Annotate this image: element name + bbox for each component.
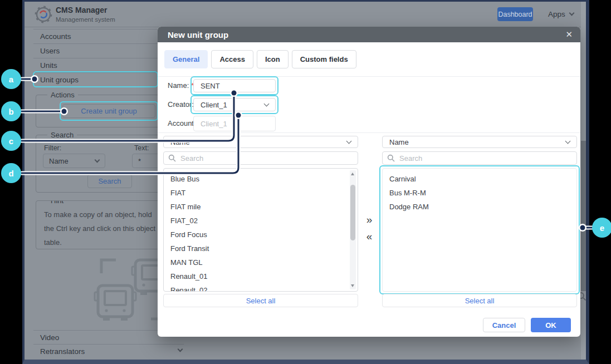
- available-units-list: Blue Bus FIAT FIAT mile FIAT_02 Ford Foc…: [163, 168, 358, 292]
- divider: [158, 132, 580, 133]
- chevron-down-icon: [565, 139, 571, 144]
- dialog-tabs: General Access Icon Custom fields: [164, 50, 356, 68]
- create-unit-group-button[interactable]: Create unit group: [62, 104, 155, 118]
- sidebar-item-video[interactable]: Video: [33, 330, 173, 345]
- ok-button[interactable]: OK: [531, 318, 571, 332]
- scroll-up-icon[interactable]: [351, 173, 354, 175]
- annotation-highlight-group-list: Carnival Bus M-R-M Dodge RAM: [379, 165, 580, 294]
- left-search-box: [163, 151, 358, 165]
- sidebar-item-users[interactable]: Users: [33, 43, 173, 58]
- annotation-highlight-name-field: [190, 76, 278, 95]
- list-item[interactable]: FIAT_02: [164, 214, 358, 228]
- move-left-button[interactable]: «: [361, 230, 377, 243]
- move-right-button[interactable]: »: [361, 214, 377, 226]
- list-item[interactable]: FIAT: [164, 186, 358, 200]
- list-item[interactable]: Bus M-R-M: [383, 186, 576, 200]
- right-sort-select[interactable]: Name: [382, 136, 577, 148]
- background-scrollbar-thumb[interactable]: [581, 141, 586, 291]
- list-item[interactable]: Renault_02: [164, 283, 358, 292]
- list-item[interactable]: Dodge RAM: [383, 200, 576, 214]
- account-input: [193, 116, 276, 131]
- list-scrollbar[interactable]: [350, 170, 356, 289]
- background-scrollbar[interactable]: [581, 2, 586, 360]
- chevron-down-icon: [346, 139, 352, 144]
- left-select-all-button[interactable]: Select all: [163, 294, 358, 307]
- hint-legend: Hint: [47, 200, 67, 205]
- left-sort-value: Name: [170, 138, 190, 146]
- list-item[interactable]: Ford Transit: [164, 242, 358, 255]
- sidebar-item-retranslators[interactable]: Retranslators: [33, 344, 184, 358]
- brand-block: CMS Manager Management system: [56, 6, 115, 23]
- name-label: Name: *: [168, 78, 194, 94]
- creator-value: Client_1: [201, 101, 227, 109]
- filter-value: Name: [49, 157, 69, 165]
- annotation-marker-a: a: [1, 69, 21, 89]
- app-title: CMS Manager: [56, 6, 115, 14]
- search-legend: Search: [47, 131, 77, 139]
- annotation-highlight-creator-field: Client_1: [190, 95, 278, 114]
- left-sort-select[interactable]: Name: [163, 136, 358, 148]
- apps-label: Apps: [548, 10, 565, 18]
- right-search-box: [382, 151, 577, 165]
- name-label-text: Name:: [168, 81, 189, 90]
- scroll-down-icon[interactable]: [351, 284, 354, 287]
- chevron-down-icon: [95, 157, 100, 163]
- actions-legend: Actions: [47, 91, 78, 99]
- sidebar-item-units[interactable]: Units: [33, 58, 173, 72]
- list-item[interactable]: MAN TGL: [164, 255, 358, 269]
- sidebar-item-accounts[interactable]: Accounts: [33, 29, 173, 43]
- account-label: Account:: [168, 116, 196, 131]
- app-header: CMS Manager Management system Dashboard …: [25, 2, 586, 27]
- search-button[interactable]: Search: [87, 174, 132, 188]
- list-item[interactable]: FIAT mile: [164, 200, 358, 214]
- name-input[interactable]: [193, 79, 276, 92]
- chevron-down-icon: [178, 347, 183, 352]
- app-subtitle: Management system: [56, 16, 115, 23]
- dashboard-button[interactable]: Dashboard: [497, 7, 533, 21]
- annotation-marker-e: e: [592, 218, 611, 238]
- text-value: *: [138, 157, 141, 165]
- scrollbar-thumb[interactable]: [350, 185, 355, 240]
- right-sort-value: Name: [389, 138, 409, 146]
- left-search-input[interactable]: [163, 151, 358, 165]
- right-search-input[interactable]: [382, 151, 577, 165]
- list-item[interactable]: Ford Focus: [164, 228, 358, 242]
- dialog-title: New unit group: [168, 30, 228, 40]
- group-units-list: Carnival Bus M-R-M Dodge RAM: [382, 168, 577, 292]
- filter-label: Filter:: [44, 144, 61, 152]
- annotation-marker-b: b: [1, 101, 21, 121]
- retranslators-label: Retranslators: [40, 347, 85, 356]
- cms-gear-logo-icon: [35, 6, 52, 23]
- tab-access[interactable]: Access: [211, 50, 253, 68]
- screenshot-canvas: CMS Manager Management system Dashboard …: [0, 0, 611, 364]
- search-icon: [387, 154, 395, 162]
- tab-custom-fields[interactable]: Custom fields: [292, 50, 356, 68]
- cancel-button[interactable]: Cancel: [483, 318, 525, 332]
- list-item[interactable]: Carnival: [383, 172, 576, 186]
- right-select-all-button[interactable]: Select all: [382, 294, 577, 307]
- annotation-marker-d: d: [1, 163, 21, 183]
- search-icon: [168, 154, 176, 162]
- text-label: Text:: [134, 144, 149, 152]
- apps-menu[interactable]: Apps: [548, 10, 574, 18]
- annotation-highlight-create-button: Create unit group: [60, 101, 158, 121]
- tab-icon[interactable]: Icon: [257, 50, 289, 68]
- available-units-panel: Name Blue Bus FIAT FIAT mile FIAT_02 For…: [163, 136, 358, 148]
- group-units-panel: Name Carnival Bus M-R-M Dodge RAM Select…: [382, 136, 577, 148]
- list-item[interactable]: Blue Bus: [164, 172, 358, 186]
- annotation-marker-c: c: [1, 131, 21, 151]
- annotation-highlight-unit-groups: [33, 71, 158, 87]
- chevron-down-icon: [264, 101, 270, 107]
- close-icon[interactable]: ✕: [565, 29, 573, 40]
- list-item[interactable]: Renault_01: [164, 269, 358, 283]
- dialog-header: New unit group ✕: [158, 27, 580, 42]
- creator-label: Creator:: [168, 97, 194, 112]
- new-unit-group-dialog: New unit group ✕ General Access Icon Cus…: [158, 27, 580, 337]
- chevron-down-icon: [569, 11, 574, 16]
- tab-general[interactable]: General: [164, 50, 208, 68]
- creator-select[interactable]: Client_1: [193, 98, 276, 111]
- filter-select[interactable]: Name: [43, 154, 105, 168]
